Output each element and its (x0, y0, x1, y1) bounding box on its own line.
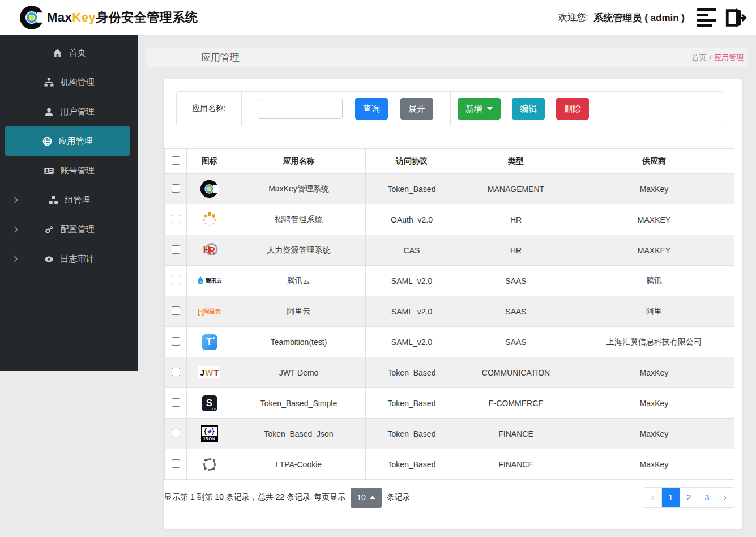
breadcrumb-separator: / (709, 53, 711, 62)
sidebar-item-label: 机构管理 (61, 77, 95, 88)
row-checkbox-cell (165, 449, 187, 480)
search-toolbar: 应用名称: 查询 展开 新增 编辑 删除 (176, 91, 723, 126)
expand-button[interactable]: 展开 (400, 98, 433, 120)
table-row[interactable]: TTeambition(test)SAML_v2.0SAAS上海汇翼信息科技有限… (165, 327, 734, 357)
add-button[interactable]: 新增 (458, 98, 501, 120)
protocol-cell: CAS (366, 235, 458, 266)
type-cell: HR (458, 204, 574, 235)
brand-key: Key (72, 10, 96, 24)
sidebar-item-label: 日志审计 (61, 254, 95, 265)
pagination-info: 显示第 1 到第 10 条记录，总共 22 条记录 (164, 492, 310, 502)
sidebar-item-id-card[interactable]: 账号管理 (0, 156, 138, 185)
page-button-group: ‹123› (643, 487, 734, 508)
type-cell: E-COMMERCE (458, 388, 574, 419)
app-name-cell: 腾讯云 (232, 266, 366, 296)
ltpa-icon (201, 454, 218, 475)
expand-button-label: 展开 (408, 104, 425, 114)
col-name: 应用名称 (232, 149, 366, 174)
sidebar-item-user[interactable]: 用户管理 (0, 97, 138, 126)
sidebar-item-eye[interactable]: 日志审计 (0, 244, 138, 274)
chevron-right-icon (14, 226, 18, 233)
content-panel: 应用名称: 查询 展开 新增 编辑 删除 (164, 79, 742, 529)
query-button[interactable]: 查询 (355, 98, 388, 120)
table-row[interactable]: MaxKey管理系统Token_BasedMANAGEMENTMaxKey (165, 174, 734, 204)
recruit-icon (201, 210, 218, 230)
row-checkbox-cell (165, 235, 187, 266)
table-row[interactable]: 招聘管理系统OAuth_v2.0HRMAXKEY (165, 204, 734, 235)
title-bar: 应用管理 首页 / 应用管理 (146, 48, 748, 67)
row-checkbox[interactable] (172, 306, 180, 315)
row-checkbox[interactable] (172, 368, 180, 376)
brand-max: Max (47, 10, 72, 24)
app-name-cell: Teambition(test) (232, 327, 366, 357)
per-page-select[interactable]: 10 (351, 488, 382, 508)
type-cell: FINANCE (458, 419, 574, 449)
sidebar-item-globe[interactable]: 应用管理 (5, 126, 130, 156)
app-name-cell: JWT Demo (232, 357, 366, 388)
vendor-cell: MaxKey (574, 388, 734, 419)
sidebar-item-label: 组管理 (65, 195, 90, 206)
row-checkbox[interactable] (172, 337, 180, 346)
app-name-cell: 人力资源管理系统 (232, 235, 366, 266)
row-checkbox[interactable] (172, 245, 180, 254)
table-row[interactable]: [-]阿里云阿里云SAML_v2.0SAAS阿里 (165, 296, 734, 327)
vendor-cell: 阿里 (574, 296, 734, 327)
row-checkbox[interactable] (172, 276, 180, 284)
select-all-checkbox[interactable] (172, 156, 180, 165)
row-checkbox[interactable] (172, 215, 180, 223)
chevron-right-icon (14, 197, 18, 203)
add-button-label: 新增 (465, 104, 482, 114)
row-checkbox[interactable] (172, 429, 180, 437)
app-icon-cell: JWT (187, 357, 232, 388)
cubes-icon (48, 195, 58, 205)
table-row[interactable]: SToken_Based_SimpleToken_BasedE-COMMERCE… (165, 388, 734, 419)
type-cell: COMMUNICATION (458, 357, 574, 388)
toolbar-divider (450, 92, 451, 126)
home-icon (53, 48, 63, 58)
vendor-cell: MaxKey (574, 449, 734, 480)
edit-button-label: 编辑 (520, 104, 537, 114)
table-row[interactable]: LTPA-CookieToken_BasedFINANCEMaxKey (165, 449, 734, 480)
row-checkbox[interactable] (172, 184, 180, 193)
per-page-value: 10 (357, 493, 366, 502)
edit-button[interactable]: 编辑 (512, 98, 545, 120)
sidebar-item-home[interactable]: 首页 (0, 38, 138, 67)
pager-prev-button[interactable]: ‹ (643, 488, 661, 507)
apps-table: 图标 应用名称 访问协议 类型 供应商 MaxKey管理系统Token_Base… (164, 148, 734, 480)
vendor-cell: 腾讯 (574, 266, 734, 296)
sign-out-icon[interactable] (724, 8, 748, 28)
row-checkbox[interactable] (172, 398, 180, 407)
delete-button[interactable]: 删除 (556, 98, 589, 120)
breadcrumb-home[interactable]: 首页 (691, 53, 706, 63)
vendor-cell: 上海汇翼信息科技有限公司 (574, 327, 734, 357)
table-row[interactable]: HR人力资源管理系统CASHRMAXKEY (165, 235, 734, 266)
sidebar-item-gears[interactable]: 配置管理 (0, 215, 138, 244)
sidebar-item-label: 用户管理 (61, 106, 95, 117)
svg-text:R: R (208, 245, 215, 255)
session-list-icon[interactable] (697, 8, 716, 27)
row-checkbox-cell (165, 296, 187, 327)
pager-page-button-1[interactable]: 1 (661, 488, 680, 507)
vendor-cell: MaxKey (574, 174, 734, 204)
sidebar-item-label: 应用管理 (59, 136, 93, 147)
breadcrumb: 首页 / 应用管理 (691, 53, 744, 63)
maxkey-icon (200, 179, 219, 199)
app-name-input[interactable] (258, 99, 343, 119)
query-button-label: 查询 (363, 104, 380, 114)
breadcrumb-current[interactable]: 应用管理 (714, 53, 744, 63)
pager-next-button[interactable]: › (716, 488, 734, 507)
row-checkbox-cell (165, 327, 187, 357)
table-row[interactable]: 腾讯云腾讯云SAML_v2.0SAAS腾讯 (165, 266, 734, 296)
delete-button-label: 删除 (564, 104, 581, 114)
row-checkbox[interactable] (172, 459, 180, 468)
pager-page-button-3[interactable]: 3 (698, 488, 716, 507)
maxkey-logo-icon (19, 5, 44, 30)
pager-page-button-2[interactable]: 2 (680, 488, 698, 507)
table-row[interactable]: {◆}JSONToken_Based_JsonToken_BasedFINANC… (165, 419, 734, 449)
table-header-row: 图标 应用名称 访问协议 类型 供应商 (165, 149, 734, 174)
sidebar-item-cubes[interactable]: 组管理 (0, 185, 138, 215)
sidebar-item-sitemap[interactable]: 机构管理 (0, 67, 138, 97)
app-name-cell: MaxKey管理系统 (232, 174, 366, 204)
col-type: 类型 (458, 149, 574, 174)
table-row[interactable]: JWTJWT DemoToken_BasedCOMMUNICATIONMaxKe… (165, 357, 734, 388)
